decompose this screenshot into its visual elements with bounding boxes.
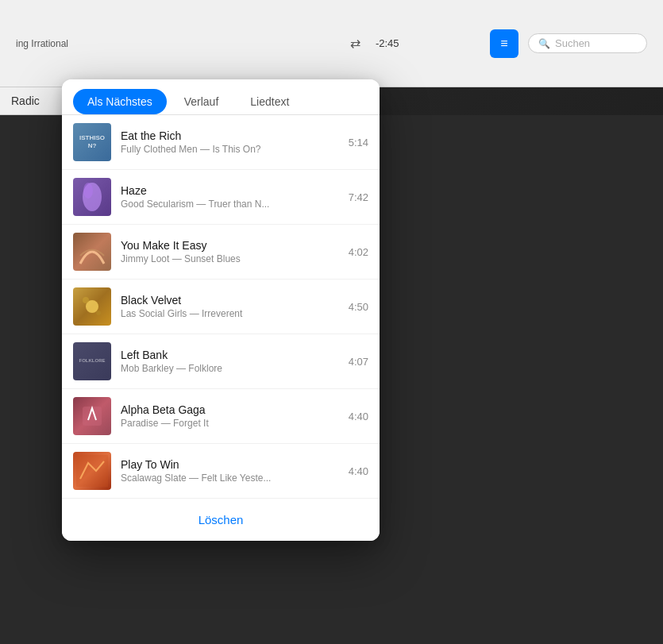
song-title: Play To Win	[121, 458, 335, 471]
album-art	[73, 233, 111, 271]
song-title: Eat the Rich	[121, 129, 335, 142]
radio-tab-bar: Radic	[0, 87, 64, 115]
clear-row: Löschen	[62, 498, 380, 541]
song-info: Eat the Rich Fully Clothed Men — Is This…	[121, 129, 335, 155]
art-text: ISTHISON?	[73, 123, 111, 161]
song-row[interactable]: Alpha Beta Gaga Paradise — Forget It 4:4…	[62, 389, 380, 444]
song-meta: Las Social Girls — Irreverent	[121, 308, 335, 319]
song-meta: Jimmy Loot — Sunset Blues	[121, 253, 335, 264]
art-text	[73, 452, 111, 490]
song-duration: 4:50	[345, 301, 368, 313]
song-duration: 4:40	[345, 411, 368, 422]
repeat-button[interactable]: ⇄	[344, 32, 368, 56]
svg-point-4	[96, 310, 101, 315]
album-art	[73, 287, 111, 326]
song-info: Haze Good Secularism — Truer than N...	[121, 184, 335, 210]
search-bar[interactable]: 🔍 Suchen	[528, 33, 647, 53]
tab-als-nachstes[interactable]: Als Nächstes	[73, 89, 167, 114]
song-row[interactable]: Play To Win Scalawag Slate — Felt Like Y…	[62, 444, 380, 498]
album-art	[73, 452, 111, 490]
clear-button[interactable]: Löschen	[186, 510, 256, 530]
song-meta: Fully Clothed Men — Is This On?	[121, 144, 335, 155]
song-row[interactable]: Haze Good Secularism — Truer than N... 7…	[62, 170, 380, 225]
song-duration: 4:07	[345, 356, 368, 368]
svg-point-1	[83, 183, 93, 199]
album-art: ISTHISON?	[73, 123, 111, 161]
song-info: Alpha Beta Gaga Paradise — Forget It	[121, 403, 335, 429]
album-art: FOLKLORE	[73, 342, 111, 380]
song-info: Black Velvet Las Social Girls — Irrevere…	[121, 294, 335, 319]
song-row[interactable]: FOLKLORE Left Bank Mob Barkley — Folklor…	[62, 334, 380, 389]
svg-point-3	[83, 297, 89, 303]
tab-verlauf[interactable]: Verlauf	[170, 89, 233, 114]
song-duration: 7:42	[345, 191, 368, 203]
now-playing-info: ing Irrational	[16, 38, 253, 49]
song-duration: 5:14	[345, 137, 368, 148]
art-text	[73, 178, 111, 216]
song-meta: Good Secularism — Truer than N...	[121, 199, 335, 210]
now-playing-title: ing Irrational	[16, 38, 253, 49]
song-title: You Make It Easy	[121, 239, 335, 252]
song-title: Left Bank	[121, 349, 335, 361]
song-info: Left Bank Mob Barkley — Folklore	[121, 349, 335, 374]
song-title: Alpha Beta Gaga	[121, 403, 335, 416]
song-row[interactable]: ISTHISON? Eat the Rich Fully Clothed Men…	[62, 115, 380, 170]
art-text	[73, 397, 111, 435]
song-info: Play To Win Scalawag Slate — Felt Like Y…	[121, 458, 335, 484]
song-meta: Paradise — Forget It	[121, 418, 335, 429]
playback-controls: ⇄ -2:45	[253, 32, 491, 56]
svg-rect-6	[76, 455, 108, 487]
song-meta: Mob Barkley — Folklore	[121, 363, 335, 374]
queue-button[interactable]: ≡	[490, 29, 518, 58]
search-placeholder: Suchen	[555, 37, 590, 49]
album-art	[73, 178, 111, 216]
song-info: You Make It Easy Jimmy Loot — Sunset Blu…	[121, 239, 335, 264]
art-text	[73, 287, 111, 326]
search-icon: 🔍	[538, 38, 550, 49]
art-text	[73, 233, 111, 271]
song-duration: 4:02	[345, 246, 368, 258]
queue-icon: ≡	[500, 37, 507, 50]
tabs-bar: Als Nächstes Verlauf Liedtext	[62, 79, 380, 115]
song-row[interactable]: You Make It Easy Jimmy Loot — Sunset Blu…	[62, 225, 380, 280]
song-row[interactable]: Black Velvet Las Social Girls — Irrevere…	[62, 280, 380, 334]
time-display: -2:45	[376, 37, 399, 49]
song-duration: 4:40	[345, 465, 368, 477]
song-list: ISTHISON? Eat the Rich Fully Clothed Men…	[62, 115, 380, 498]
art-text: FOLKLORE	[73, 342, 111, 380]
song-title: Black Velvet	[121, 294, 335, 307]
radio-label[interactable]: Radic	[11, 94, 40, 107]
tab-liedtext[interactable]: Liedtext	[236, 89, 303, 114]
album-art	[73, 397, 111, 435]
song-meta: Scalawag Slate — Felt Like Yeste...	[121, 472, 335, 484]
top-bar: ing Irrational ⇄ -2:45 ≡ 🔍 Suchen	[0, 0, 663, 87]
queue-popup: Als Nächstes Verlauf Liedtext ISTHISON? …	[62, 79, 380, 541]
song-title: Haze	[121, 184, 335, 197]
